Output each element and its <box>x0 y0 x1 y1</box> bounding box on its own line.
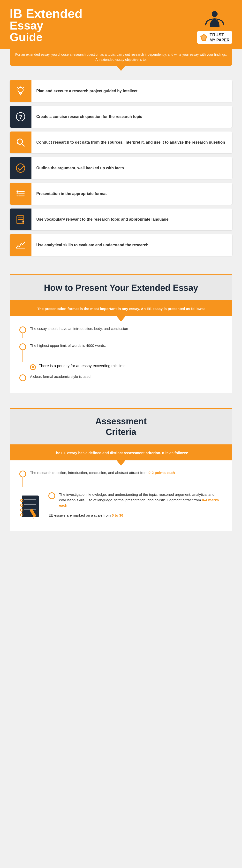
connector-line-1 <box>23 333 23 338</box>
objective-icon-7 <box>10 234 31 256</box>
assess-bullet-1 <box>20 471 26 477</box>
objective-item-1: Plan and execute a research project guid… <box>10 80 232 102</box>
list-icon <box>15 188 26 199</box>
trust-line2: MY PAPER <box>210 38 230 42</box>
assessment-title-box: Assessment Criteria <box>10 409 232 445</box>
objective-text-4: Outline the argument, well backed up wit… <box>31 161 129 175</box>
bullet-connector-3 <box>20 374 26 381</box>
objective-text-2: Create a concise research question for t… <box>31 110 147 123</box>
bullet-connector-1 <box>20 326 26 338</box>
title-line3: Guide <box>10 31 82 43</box>
assessment-list-right: The investigation, knowledge, and unders… <box>48 492 222 517</box>
svg-marker-36 <box>32 517 34 520</box>
present-callout: The presentation format is the most impo… <box>10 301 232 316</box>
assess-bullet-connector-1 <box>20 470 26 487</box>
connector-line-2 <box>23 350 23 362</box>
objective-item-3: Conduct research to get data from the so… <box>10 131 232 153</box>
objective-icon-4 <box>10 157 31 179</box>
objective-icon-2: ? <box>10 106 31 128</box>
assessment-item-2: The investigation, knowledge, and unders… <box>48 492 222 508</box>
title-line1: IB Extended <box>10 7 82 20</box>
diamond-icon <box>200 33 208 41</box>
present-list-item-3: A clear, formal academic style is used <box>20 374 222 381</box>
assess-bullet-connector-2 <box>48 492 55 499</box>
present-list-item-2: The highest upper limit of words is 4000… <box>20 343 222 362</box>
svg-line-10 <box>18 87 18 88</box>
svg-line-2 <box>222 21 224 25</box>
circle-bullet-1 <box>20 327 26 333</box>
objective-item-6: Use vocabulary relevant to the research … <box>10 209 232 230</box>
trust-badge: TRUST MY PAPER <box>197 31 232 44</box>
svg-text:?: ? <box>19 114 22 120</box>
objective-icon-6 <box>10 209 31 230</box>
present-item-text-2: The highest upper limit of words is 4000… <box>30 343 106 348</box>
x-icon: ✕ <box>30 364 36 370</box>
svg-point-5 <box>18 87 23 93</box>
header-logo: TRUST MY PAPER <box>197 10 232 44</box>
question-icon: ? <box>15 112 26 122</box>
svg-line-1 <box>205 21 207 25</box>
objective-text-1: Plan and execute a research project guid… <box>31 85 142 98</box>
present-sub-item-1: ✕ There is a penalty for an essay exceed… <box>30 364 222 370</box>
objective-text-3: Conduct research to get data from the so… <box>31 136 230 149</box>
notebook-icon <box>20 494 41 523</box>
assess-bullet-2 <box>48 492 55 499</box>
objective-item-2: ? Create a concise research question for… <box>10 106 232 128</box>
present-section: The presentation format is the most impo… <box>0 301 242 401</box>
objective-text-7: Use analytical skills to evaluate and un… <box>31 239 153 252</box>
intro-text: For an extended essay, you choose a rese… <box>15 53 227 62</box>
assessment-callout: The EE essay has a defined and distinct … <box>10 445 232 461</box>
search-icon <box>15 137 26 148</box>
edit-icon <box>15 214 26 225</box>
person-icon <box>205 10 224 29</box>
present-list: The essay should have an introduction, b… <box>10 316 232 393</box>
objective-text-6: Use vocabulary relevant to the research … <box>31 213 173 226</box>
objective-item-7: Use analytical skills to evaluate and un… <box>10 234 232 256</box>
objectives-section: Plan and execute a research project guid… <box>0 66 242 267</box>
present-callout-text: The presentation format is the most impo… <box>37 307 205 311</box>
header: IB Extended Essay Guide TRUST MY PAPER <box>0 0 242 49</box>
svg-line-11 <box>23 87 24 88</box>
objective-icon-5 <box>10 183 31 205</box>
present-title-box: How to Present Your Extended Essay <box>10 275 232 301</box>
assessment-title: Assessment Criteria <box>14 416 228 437</box>
assessment-bottom-content: The investigation, knowledge, and unders… <box>20 492 222 523</box>
present-list-item-1: The essay should have an introduction, b… <box>20 326 222 338</box>
objective-icon-1 <box>10 80 31 102</box>
svg-rect-29 <box>22 496 39 517</box>
assessment-item-text-2: The investigation, knowledge, and unders… <box>59 492 222 508</box>
circle-bullet-3 <box>20 374 26 381</box>
bullet-connector-2 <box>20 343 26 362</box>
objective-item-4: Outline the argument, well backed up wit… <box>10 157 232 179</box>
assessment-callout-text: The EE essay has a defined and distinct … <box>54 451 188 455</box>
analytics-icon <box>15 240 26 250</box>
assess-line-1 <box>23 477 23 487</box>
assessment-item-1: The research question, introduction, con… <box>20 470 222 487</box>
objective-item-5: Presentation in the appropriate format <box>10 183 232 205</box>
objective-icon-3 <box>10 131 31 153</box>
assessment-item-text-1: The research question, introduction, con… <box>30 470 175 476</box>
svg-line-15 <box>22 144 24 146</box>
assessment-section: The EE essay has a defined and distinct … <box>0 445 242 538</box>
checkmark-icon <box>15 163 26 174</box>
svg-point-0 <box>212 11 217 17</box>
circle-bullet-2 <box>20 343 26 350</box>
scale-text: EE essays are marked on a scale from 0 t… <box>48 513 222 517</box>
present-item-text-3: A clear, formal academic style is used <box>30 374 91 379</box>
present-title: How to Present Your Extended Essay <box>14 283 228 293</box>
present-item-text-1: The essay should have an introduction, b… <box>30 326 128 332</box>
intro-banner: For an extended essay, you choose a rese… <box>10 49 232 66</box>
lightbulb-icon <box>15 86 26 96</box>
trust-text: TRUST MY PAPER <box>210 32 230 42</box>
assessment-list: The research question, introduction, con… <box>10 460 232 531</box>
trust-line1: TRUST <box>210 32 230 38</box>
present-sub-text-1: There is a penalty for an essay exceedin… <box>39 364 125 368</box>
title-line2: Essay <box>10 20 82 31</box>
header-title: IB Extended Essay Guide <box>10 7 82 43</box>
objective-text-5: Presentation in the appropriate format <box>31 187 111 200</box>
